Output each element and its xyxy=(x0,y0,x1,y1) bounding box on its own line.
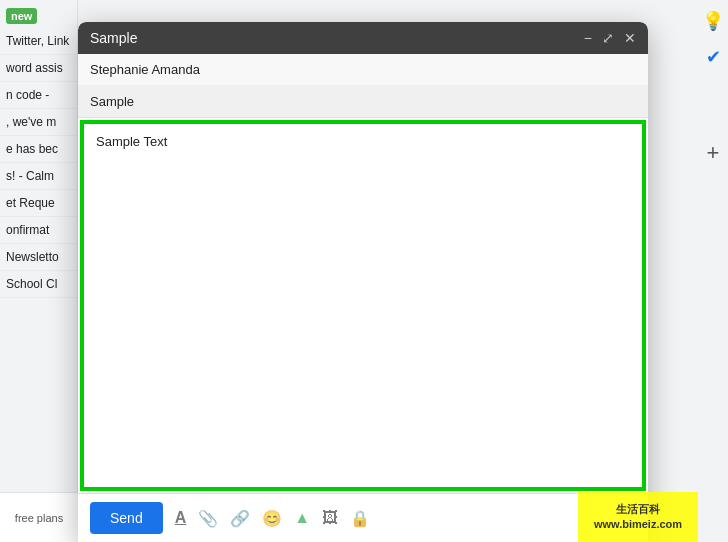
watermark: 生活百科 www.bimeiz.com xyxy=(578,492,698,542)
lock-icon[interactable]: 🔒 xyxy=(350,509,370,528)
minimize-icon[interactable]: − xyxy=(584,31,592,45)
close-icon[interactable]: ✕ xyxy=(624,31,636,45)
email-snippet-6[interactable]: s! - Calm xyxy=(0,163,77,190)
formatting-icon[interactable]: A xyxy=(175,509,187,527)
email-snippet-5[interactable]: e has bec xyxy=(0,136,77,163)
compose-textarea[interactable]: Sample Text xyxy=(84,124,642,487)
free-plans-label: free plans xyxy=(15,512,63,524)
watermark-line2: www.bimeiz.com xyxy=(594,518,682,530)
photo-icon[interactable]: 🖼 xyxy=(322,509,338,527)
email-snippet-4[interactable]: , we've m xyxy=(0,109,77,136)
email-snippet-10[interactable]: School Cl xyxy=(0,271,77,298)
new-badge: new xyxy=(6,8,37,24)
email-snippet-8[interactable]: onfirmat xyxy=(0,217,77,244)
right-panel: 💡 ✔ + xyxy=(698,0,728,542)
email-snippet-3[interactable]: n code - xyxy=(0,82,77,109)
free-plans-area: free plans xyxy=(0,492,78,542)
subject-field[interactable]: Sample xyxy=(78,86,648,117)
link-icon[interactable]: 🔗 xyxy=(230,509,250,528)
email-snippet-1[interactable]: Twitter, Link xyxy=(0,28,77,55)
modal-recipients: Stephanie Amanda Sample xyxy=(78,54,648,118)
add-icon[interactable]: + xyxy=(702,142,724,164)
watermark-text: 生活百科 www.bimeiz.com xyxy=(594,502,682,533)
watermark-line1: 生活百科 xyxy=(616,503,660,515)
modal-header: Sample − ⤢ ✕ xyxy=(78,22,648,54)
email-snippet-2[interactable]: word assis xyxy=(0,55,77,82)
send-button[interactable]: Send xyxy=(90,502,163,534)
compose-body: Sample Text xyxy=(80,120,646,491)
email-snippet-7[interactable]: et Reque xyxy=(0,190,77,217)
modal-title: Sample xyxy=(90,30,137,46)
compose-modal: Sample − ⤢ ✕ Stephanie Amanda Sample Sam… xyxy=(78,22,648,542)
modal-header-icons: − ⤢ ✕ xyxy=(584,31,636,45)
to-field[interactable]: Stephanie Amanda xyxy=(78,54,648,86)
expand-icon[interactable]: ⤢ xyxy=(602,31,614,45)
emoji-icon[interactable]: 😊 xyxy=(262,509,282,528)
attachment-icon[interactable]: 📎 xyxy=(198,509,218,528)
lightbulb-icon[interactable]: 💡 xyxy=(702,10,724,32)
checkmark-icon[interactable]: ✔ xyxy=(702,46,724,68)
left-email-panel: new Twitter, Link word assis n code - , … xyxy=(0,0,78,542)
drive-icon[interactable]: ▲ xyxy=(294,509,310,527)
compose-toolbar: Send A 📎 🔗 😊 ▲ 🖼 🔒 xyxy=(78,493,648,542)
email-snippet-9[interactable]: Newsletto xyxy=(0,244,77,271)
